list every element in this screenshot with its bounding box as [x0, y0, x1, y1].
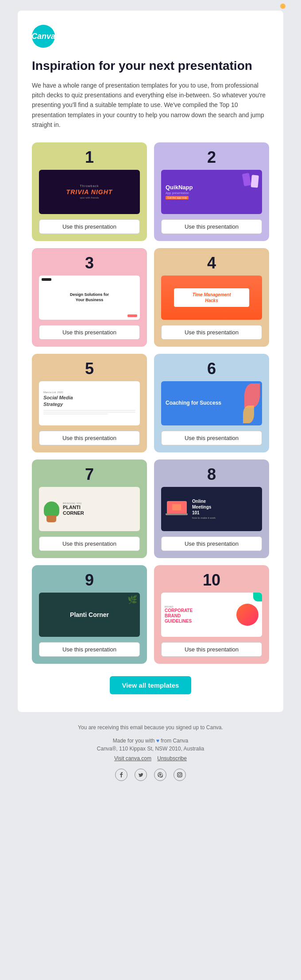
footer-made-text: Made for you with	[113, 738, 155, 744]
social-lines	[43, 410, 135, 415]
planti-plant	[42, 496, 60, 522]
card-7-number: 7	[85, 467, 94, 482]
card-6: 6 Coaching for Success Use this presenta…	[154, 354, 269, 452]
coaching-leaf-2	[243, 406, 254, 423]
coaching-thumb: Coaching for Success	[161, 381, 262, 425]
instagram-svg	[177, 772, 182, 777]
social-line-2	[43, 412, 135, 413]
trivia-title: TRIVIA NIGHT	[66, 188, 113, 195]
planti-thumb: Bringing you PLANTICORNER	[39, 487, 140, 531]
card-6-btn[interactable]: Use this presentation	[161, 431, 262, 445]
online-sub: how to make it work	[192, 517, 216, 519]
quik-badge: Get the app now	[166, 196, 189, 199]
card-5-number: 5	[85, 361, 94, 377]
footer-heart: ♥	[156, 738, 161, 744]
quik-title: QuikNapp	[166, 184, 193, 191]
pinterest-svg	[158, 772, 163, 777]
social-icons-row	[25, 769, 276, 781]
design-thumb: Design Solutions forYour Business	[39, 276, 140, 320]
card-5: 5 Marcia Ltd. 2020 Social MediaStrategy …	[32, 354, 147, 452]
view-all-area: View all templates	[32, 676, 269, 694]
card-6-number: 6	[207, 361, 216, 377]
trivia-sub: quiz with friends	[80, 196, 99, 199]
visit-canva-link[interactable]: Visit canva.com	[114, 755, 151, 762]
card-3-thumbnail: Design Solutions forYour Business	[39, 276, 140, 320]
pinterest-icon[interactable]	[154, 769, 166, 781]
card-8-btn[interactable]: Use this presentation	[161, 536, 262, 551]
coaching-leaf-1	[244, 383, 260, 408]
cards-grid: 1 Throwback TRIVIA NIGHT quiz with frien…	[32, 142, 269, 664]
card-1: 1 Throwback TRIVIA NIGHT quiz with frien…	[32, 142, 147, 241]
card-1-number: 1	[85, 149, 94, 165]
card-10-thumbnail: Brand CORPORATEBRANDGUIDELINES	[161, 593, 262, 637]
planti2-thumb: 🌿 Planti Corner	[39, 593, 140, 637]
footer-made: Made for you with ♥ from Canva	[25, 738, 276, 744]
planti-text: Bringing you PLANTICORNER	[63, 502, 84, 515]
time-title: Time ManagementHacks	[192, 292, 231, 303]
quik-sub: App presentation	[166, 191, 189, 195]
planti-pot	[46, 516, 56, 522]
card-10-number: 10	[203, 572, 220, 588]
online-thumb: OnlineMeetings101 how to make it work	[161, 487, 262, 531]
svg-point-3	[181, 773, 181, 773]
social-title: Social MediaStrategy	[43, 394, 135, 407]
card-3-number: 3	[85, 255, 94, 271]
logo-text: Canva	[31, 32, 55, 41]
svg-rect-0	[172, 504, 181, 510]
twitter-icon[interactable]	[135, 769, 147, 781]
card-4: 4 Time ManagementHacks Use this presenta…	[154, 248, 269, 347]
social-line-1	[43, 410, 135, 411]
phone-shape-1	[242, 172, 251, 186]
card-6-thumbnail: Coaching for Success	[161, 381, 262, 425]
instagram-icon[interactable]	[174, 769, 186, 781]
view-all-button[interactable]: View all templates	[110, 676, 192, 694]
email-container: Canva Inspiration for your next presenta…	[18, 11, 283, 712]
social-line-3	[43, 413, 108, 414]
time-thumb: Time ManagementHacks	[161, 276, 262, 320]
card-2-number: 2	[207, 149, 216, 165]
unsubscribe-link[interactable]: Unsubscribe	[157, 755, 187, 762]
intro-paragraph: We have a whole range of presentation te…	[32, 80, 269, 130]
logo-area: Canva	[32, 25, 269, 48]
card-4-btn[interactable]: Use this presentation	[161, 325, 262, 340]
design-accent-2	[127, 314, 137, 317]
facebook-icon[interactable]	[115, 769, 127, 781]
card-3: 3 Design Solutions forYour Business Use …	[32, 248, 147, 347]
planti-leaves	[44, 501, 59, 517]
corp-circle	[236, 604, 259, 626]
footer-links: Visit canva.com Unsubscribe	[25, 755, 276, 762]
planti-name: PLANTICORNER	[63, 505, 84, 515]
card-7-thumbnail: Bringing you PLANTICORNER	[39, 487, 140, 531]
laptop-icon	[166, 501, 188, 517]
planti2-leaf: 🌿	[127, 595, 136, 604]
quik-thumb: QuikNapp App presentation Get the app no…	[161, 170, 262, 214]
planti2-name: Planti Corner	[70, 611, 109, 618]
laptop-svg	[171, 503, 182, 511]
social-thumb: Marcia Ltd. 2020 Social MediaStrategy	[39, 381, 140, 425]
trivia-thumb: Throwback TRIVIA NIGHT quiz with friends	[39, 170, 140, 214]
card-9-btn[interactable]: Use this presentation	[39, 642, 140, 657]
svg-rect-1	[178, 773, 182, 777]
card-2-btn[interactable]: Use this presentation	[161, 219, 262, 234]
card-5-thumbnail: Marcia Ltd. 2020 Social MediaStrategy	[39, 381, 140, 425]
card-2-thumbnail: QuikNapp App presentation Get the app no…	[161, 170, 262, 214]
card-8-thumbnail: OnlineMeetings101 how to make it work	[161, 487, 262, 531]
card-5-btn[interactable]: Use this presentation	[39, 431, 140, 445]
card-9-number: 9	[85, 572, 94, 588]
card-8: 8 OnlineMeetin	[154, 459, 269, 558]
phone-shape-2	[251, 175, 259, 188]
card-3-btn[interactable]: Use this presentation	[39, 325, 140, 340]
card-9: 9 🌿 Planti Corner Use this presentation	[32, 565, 147, 664]
facebook-svg	[119, 772, 124, 777]
laptop-screen	[167, 501, 187, 513]
card-7-btn[interactable]: Use this presentation	[39, 536, 140, 551]
card-9-thumbnail: 🌿 Planti Corner	[39, 593, 140, 637]
quik-phones	[243, 173, 259, 186]
corp-text: Brand CORPORATEBRANDGUIDELINES	[165, 605, 233, 624]
card-1-thumbnail: Throwback TRIVIA NIGHT quiz with friends	[39, 170, 140, 214]
card-10-btn[interactable]: Use this presentation	[161, 642, 262, 657]
trivia-small: Throwback	[80, 184, 99, 188]
card-4-number: 4	[207, 255, 216, 271]
twitter-svg	[138, 772, 143, 777]
card-1-btn[interactable]: Use this presentation	[39, 219, 140, 234]
